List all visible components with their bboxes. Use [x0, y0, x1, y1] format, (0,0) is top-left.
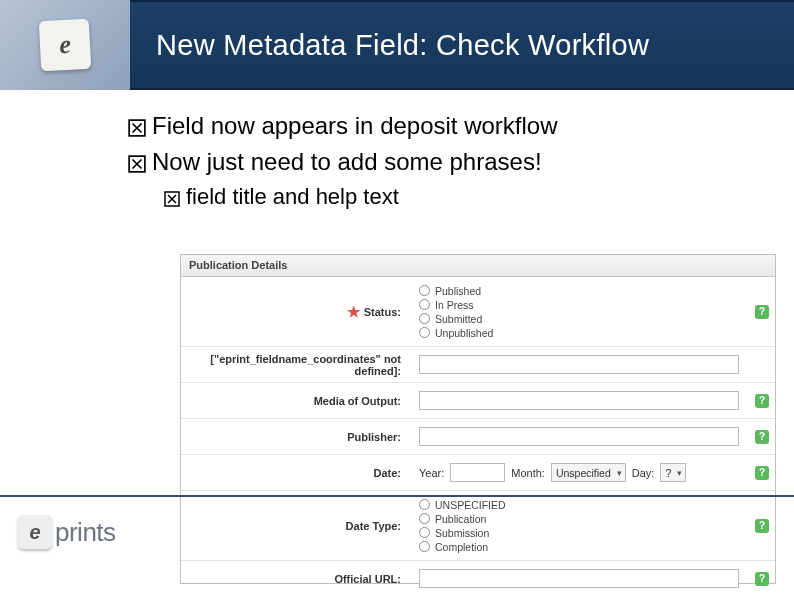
footer-logo-text: prints — [55, 517, 116, 548]
row-media: Media of Output: ? — [181, 383, 775, 419]
help-icon[interactable]: ? — [755, 305, 769, 319]
coordinates-label: ["eprint_fieldname_coordinates" not defi… — [187, 353, 401, 377]
bullet-1: Field now appears in deposit workflow — [128, 112, 764, 140]
sub-bullet-1-text: field title and help text — [186, 184, 399, 210]
radio-unpublished[interactable] — [419, 327, 430, 338]
eprints-logo-icon: e — [39, 19, 92, 72]
row-coordinates: ["eprint_fieldname_coordinates" not defi… — [181, 347, 775, 383]
box-x-icon — [128, 115, 146, 143]
radio-published[interactable] — [419, 285, 430, 296]
official-url-input[interactable] — [419, 569, 739, 588]
month-value: Unspecified — [556, 467, 611, 479]
help-icon[interactable]: ? — [755, 430, 769, 444]
row-date: Date: Year: Month: Unspecified Day: ? ? — [181, 455, 775, 491]
radio-unspecified-label: UNSPECIFIED — [435, 499, 506, 511]
datetype-label: Date Type: — [346, 520, 401, 532]
header-logo-area: e — [0, 0, 130, 90]
publisher-input[interactable] — [419, 427, 739, 446]
form-section-header: Publication Details — [181, 255, 775, 277]
form-screenshot: Publication Details ★Status: Published I… — [180, 254, 776, 584]
eprints-logo-icon: e — [18, 515, 52, 549]
row-official-url: Official URL: ? — [181, 561, 775, 595]
month-select[interactable]: Unspecified — [551, 463, 626, 482]
year-label: Year: — [419, 467, 444, 479]
radio-submission[interactable] — [419, 527, 430, 538]
media-label: Media of Output: — [314, 395, 401, 407]
title-bar: New Metadata Field: Check Workflow — [130, 0, 794, 90]
footer-divider — [0, 495, 794, 497]
required-star-icon: ★ — [347, 303, 360, 321]
radio-unpublished-label: Unpublished — [435, 327, 493, 339]
date-label: Date: — [373, 467, 401, 479]
radio-unspecified[interactable] — [419, 499, 430, 510]
media-input[interactable] — [419, 391, 739, 410]
official-url-label: Official URL: — [334, 573, 401, 585]
footer-logo: e prints — [18, 515, 116, 549]
slide-header: e New Metadata Field: Check Workflow — [0, 0, 794, 90]
day-value: ? — [665, 467, 671, 479]
slide-title: New Metadata Field: Check Workflow — [156, 29, 649, 62]
radio-submission-label: Submission — [435, 527, 489, 539]
box-x-icon — [128, 151, 146, 179]
radio-publication[interactable] — [419, 513, 430, 524]
row-publisher: Publisher: ? — [181, 419, 775, 455]
radio-inpress-label: In Press — [435, 299, 474, 311]
coordinates-input[interactable] — [419, 355, 739, 374]
help-icon[interactable]: ? — [755, 466, 769, 480]
radio-published-label: Published — [435, 285, 481, 297]
row-status: ★Status: Published In Press Submitted Un… — [181, 277, 775, 347]
day-label: Day: — [632, 467, 655, 479]
bullet-2-text: Now just need to add some phrases! — [152, 148, 542, 176]
slide-body: Field now appears in deposit workflow No… — [128, 112, 764, 210]
help-icon[interactable]: ? — [755, 394, 769, 408]
row-datetype: Date Type: UNSPECIFIED Publication Submi… — [181, 491, 775, 561]
year-input[interactable] — [450, 463, 505, 482]
radio-publication-label: Publication — [435, 513, 486, 525]
radio-completion[interactable] — [419, 541, 430, 552]
help-icon[interactable]: ? — [755, 519, 769, 533]
box-x-icon — [164, 187, 180, 213]
status-label: Status: — [364, 306, 401, 318]
help-icon[interactable]: ? — [755, 572, 769, 586]
sub-bullet-1: field title and help text — [164, 184, 764, 210]
bullet-1-text: Field now appears in deposit workflow — [152, 112, 558, 140]
publisher-label: Publisher: — [347, 431, 401, 443]
bullet-2: Now just need to add some phrases! — [128, 148, 764, 176]
radio-completion-label: Completion — [435, 541, 488, 553]
radio-submitted-label: Submitted — [435, 313, 482, 325]
day-select[interactable]: ? — [660, 463, 686, 482]
radio-submitted[interactable] — [419, 313, 430, 324]
month-label: Month: — [511, 467, 545, 479]
radio-inpress[interactable] — [419, 299, 430, 310]
